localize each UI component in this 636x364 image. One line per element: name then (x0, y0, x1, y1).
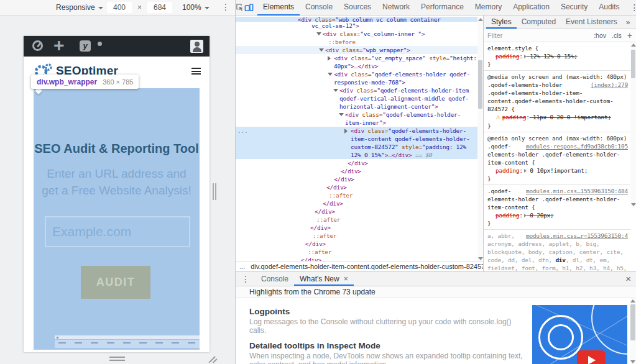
elements-scrollbar[interactable] (477, 17, 483, 262)
styles-tab-styles[interactable]: Styles (486, 16, 517, 29)
rule-selector[interactable]: (index):279.qodef-elements-holder .qodef… (487, 81, 628, 113)
style-rule[interactable]: element.style {padding: 12% 12% 0 15%;} (484, 42, 630, 71)
devtools-tab-network[interactable]: Network (377, 0, 415, 16)
devtools-resize-handle[interactable] (213, 183, 218, 202)
rule-selector[interactable]: modules.min.css…1553963150:484.qodef-ele… (487, 187, 628, 211)
tree-collapse-arrow-icon[interactable] (316, 32, 321, 35)
dom-tree-line[interactable]: ::after (236, 248, 477, 256)
drawer-tab-console[interactable]: Console (256, 272, 294, 286)
user-avatar-icon[interactable] (190, 40, 203, 53)
tab-overflow-chevron-icon[interactable]: » (622, 18, 634, 27)
dashboard-gauge-icon[interactable] (32, 40, 43, 51)
styles-tab-event-listeners[interactable]: Event Listeners (561, 16, 622, 29)
dom-tree-line[interactable]: <div class="vc_empty_space" style="heigh… (236, 54, 477, 70)
viewport-corner-resize-handle[interactable] (208, 356, 218, 363)
whats-new-heading[interactable]: Logpoints (249, 307, 523, 317)
tree-collapse-arrow-icon[interactable] (339, 113, 344, 116)
styles-filter-input[interactable] (487, 32, 594, 39)
viewport-height-resize-handle[interactable] (109, 357, 125, 363)
scrollbar-thumb[interactable] (478, 60, 482, 109)
toggle-device-toolbar-icon[interactable] (244, 0, 254, 15)
dom-tree-line[interactable]: </div> (236, 175, 477, 183)
dom-tree-line[interactable]: </div> (236, 256, 477, 261)
drawer-menu-icon[interactable]: ⋮ (236, 274, 256, 284)
zoom-dropdown[interactable]: 100% (182, 2, 210, 13)
css-property[interactable]: padding: 0 10px!important; (487, 166, 628, 175)
devtools-tab-memory[interactable]: Memory (469, 0, 507, 16)
css-property[interactable]: padding: 0 20px; (487, 211, 628, 219)
scroll-down-icon[interactable] (631, 203, 636, 206)
dom-breadcrumb[interactable]: ...div.qodef-elements-holder-item-conten… (236, 261, 483, 271)
styles-tab-computed[interactable]: Computed (517, 16, 561, 29)
yoast-seo-icon[interactable]: y (80, 40, 91, 52)
audit-button[interactable]: AUDIT (81, 266, 150, 299)
stylesheet-source-link[interactable]: modules.min.css…r=1553963150:4 (526, 232, 628, 240)
dom-tree-line[interactable]: <div class="wpb_column vc_column_contain… (236, 17, 477, 22)
hamburger-menu-icon[interactable] (191, 68, 201, 76)
dom-tree-line[interactable]: ...<div class="qodef-elements-holder-ite… (236, 127, 477, 159)
drawer-scrollbar[interactable] (630, 298, 636, 364)
tree-collapse-arrow-icon[interactable] (319, 48, 324, 52)
style-rule[interactable]: @media only screen and (max-width: 600px… (484, 132, 630, 185)
drawer-close-icon[interactable]: × (620, 273, 636, 284)
style-rule[interactable]: @media only screen and (max-width: 480px… (484, 71, 630, 132)
viewport-height-input[interactable] (147, 2, 172, 13)
dom-tree-line[interactable]: </div> (236, 224, 477, 232)
style-rule[interactable]: modules.min.css…1553963150:484.qodef-ele… (484, 185, 630, 230)
dom-tree-line[interactable]: </div> (236, 183, 477, 191)
breadcrumb-ellipsis[interactable]: ... (239, 263, 245, 270)
new-content-plus-icon[interactable]: + (53, 34, 65, 57)
scroll-down-icon[interactable] (630, 360, 635, 363)
video-thumbnail[interactable]: ne (532, 305, 627, 364)
devtools-tab-audits[interactable]: Audits (593, 0, 625, 16)
devtools-tab-elements[interactable]: Elements (257, 0, 300, 16)
dom-tree-line[interactable]: </div> (236, 199, 477, 207)
rule-selector[interactable]: element.style { (487, 44, 628, 52)
tab-close-icon[interactable]: × (344, 272, 348, 286)
scroll-up-icon[interactable] (478, 18, 483, 21)
dom-tree-line[interactable]: </div> (236, 207, 477, 216)
inspect-element-icon[interactable] (236, 0, 244, 15)
devtools-tab-performance[interactable]: Performance (415, 0, 469, 16)
css-property[interactable]: ⚠padding: 11px 0 20 0 !important; (487, 113, 628, 122)
stylesheet-source-link[interactable]: modules.min.css…1553963150:484 (526, 187, 628, 195)
devtools-tab-sources[interactable]: Sources (338, 0, 377, 16)
rule-selector[interactable]: modules.min.css…r=1553963150:4a, abbr, a… (487, 232, 628, 271)
tree-expand-arrow-icon[interactable] (344, 129, 348, 134)
whats-new-heading[interactable]: Detailed tooltips in Inspect Mode (249, 341, 523, 351)
tree-collapse-arrow-icon[interactable] (328, 73, 333, 76)
dom-tree-line[interactable]: ::before (236, 38, 477, 46)
styles-scrollbar[interactable] (630, 42, 636, 207)
dom-tree-line[interactable]: <div class="qodef-elements-holder-item-i… (236, 111, 477, 127)
scrollbar-thumb[interactable] (631, 50, 635, 78)
dom-tree-line[interactable]: ::after (236, 232, 477, 240)
dom-tree-line[interactable]: ::after (236, 191, 477, 199)
dom-tree-line[interactable]: </div> (236, 167, 477, 175)
pseudo-state-toggle[interactable]: :hov (594, 32, 606, 39)
dom-tree-line[interactable]: </div> (236, 159, 477, 167)
element-classes-toggle[interactable]: .cls (612, 32, 622, 39)
tree-collapse-arrow-icon[interactable] (333, 89, 338, 92)
dom-tree-line[interactable]: <div class="vc_column-inner "> (236, 30, 477, 38)
devtools-tab-security[interactable]: Security (555, 0, 593, 16)
dom-tree-line[interactable]: <div class="qodef-elements-holder-item q… (236, 86, 477, 111)
rule-selector[interactable]: modules-respons…fd9ad38cb0:105.qodef-ele… (487, 142, 628, 166)
play-button-icon[interactable] (577, 350, 606, 364)
devtools-tab-console[interactable]: Console (300, 0, 338, 16)
drawer-tab-whats-new[interactable]: What's New× (294, 272, 354, 286)
css-property[interactable]: padding: 12% 12% 0 15%; (487, 52, 628, 60)
stylesheet-source-link[interactable]: (index):279 (591, 81, 628, 89)
dom-tree-line[interactable]: </div> (236, 240, 477, 248)
devtools-tab-application[interactable]: Application (507, 0, 555, 16)
scroll-up-icon[interactable] (630, 299, 635, 303)
tree-expand-arrow-icon[interactable] (328, 56, 331, 61)
dom-tree-line[interactable]: ::after (236, 216, 477, 224)
scroll-down-icon[interactable] (478, 257, 483, 260)
new-style-rule-icon[interactable]: + (627, 30, 632, 40)
breadcrumb-item[interactable]: div.qodef-elements-holder-item-content.q… (251, 263, 483, 270)
scrollbar-thumb[interactable] (630, 304, 635, 340)
dom-tree-line[interactable]: <div class="wpb_wrapper"> (236, 46, 477, 54)
device-toolbar-menu-icon[interactable]: ⋮ (221, 2, 230, 12)
style-rule[interactable]: modules.min.css…r=1553963150:4a, abbr, a… (484, 230, 630, 271)
url-input[interactable] (45, 216, 190, 247)
